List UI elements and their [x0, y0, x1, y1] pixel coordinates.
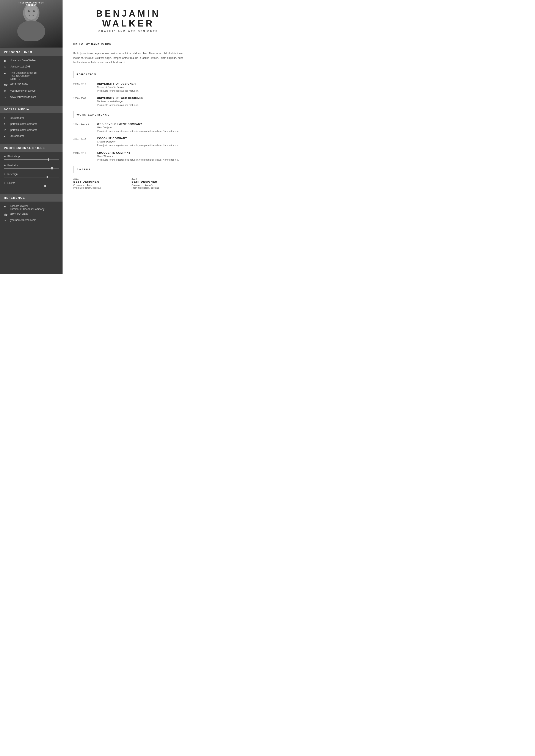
- education-item: 2009 - 2010 UNIVERSITY OF DESIGNER Maste…: [73, 82, 183, 93]
- work-item: 2011 - 2014 COCONUT COMPANY Graphic Desi…: [73, 137, 183, 148]
- awards-title: AWARDS: [76, 168, 180, 171]
- twitter-icon: 𝕣: [4, 116, 8, 120]
- ref-name-text: Richard Walker Director at Coconut Compa…: [10, 204, 44, 211]
- skill-bar: [4, 186, 59, 186]
- work-item: 2010 - 2011 CHOCOLATE COMPANY Brand Drsi…: [73, 151, 183, 162]
- ref-phone: 0123 456 7890: [10, 213, 28, 216]
- edu-details: UNIVERSITY OF WEB DESIGNER Bachelor of W…: [97, 96, 183, 107]
- instagram-item: ● @username: [4, 134, 59, 138]
- edu-years: 2009 - 2010: [73, 82, 93, 93]
- work-years: 2010 - 2011: [73, 151, 93, 162]
- work-desc: Proin justo lorem, egestas nec netus in,…: [97, 144, 183, 148]
- edu-years: 2008 - 2009: [73, 96, 93, 107]
- website-item: ○ www.yourwebsite.com: [4, 95, 59, 99]
- education-items: 2009 - 2010 UNIVERSITY OF DESIGNER Maste…: [73, 82, 183, 107]
- skill-item: + Sketch: [4, 181, 59, 186]
- ref-email: yourname@email.com: [10, 219, 36, 222]
- photo-placeholder: FREEDOWNLOäDPSD® PRESENT: [0, 0, 63, 47]
- reference-section: ■ Richard Walker Director at Coconut Com…: [0, 202, 63, 228]
- work-org: COCONUT COMPANY: [97, 137, 183, 140]
- award-item: 2014 BEST DESIGNER Ecommerce Awards Proi…: [131, 177, 183, 189]
- skill-item: + InDesign: [4, 173, 59, 177]
- award-org: Ecommerce Awards: [73, 184, 125, 186]
- work-section-box: WORK EXPERIENCE: [73, 111, 183, 118]
- edu-details: UNIVERSITY OF DESIGNER Master of Graphic…: [97, 82, 183, 93]
- education-item: 2008 - 2009 UNIVERSITY OF WEB DESIGNER B…: [73, 96, 183, 107]
- email-icon: ✉: [4, 90, 8, 93]
- intro-paragraph: Proin justo lorem, egestas nec metus in,…: [73, 51, 183, 65]
- main-content: BENJAMIN WALKER GRAPHIC AND WEB DESIGNER…: [63, 0, 194, 274]
- linkedin-icon: in: [4, 128, 8, 132]
- award-item: 2011 BEST DESIGNER Ecommerce Awards Proi…: [73, 177, 125, 189]
- skill-bar: [4, 177, 59, 177]
- skill-item: + Illustrator: [4, 164, 59, 169]
- calendar-icon: ☀: [4, 65, 8, 69]
- edu-degree: Master of Graphic Design: [97, 86, 183, 88]
- work-role: Graphic Designer: [97, 140, 183, 143]
- award-desc: Proin justo lorem, egestas: [73, 186, 125, 189]
- phone-icon: ☎: [4, 83, 8, 87]
- work-role: Web-Designer: [97, 126, 183, 129]
- education-title: EDUCATION: [76, 73, 180, 76]
- ref-title: Director at Coconut Company: [10, 207, 44, 211]
- work-details: COCONUT COMPANY Graphic Designer Proin j…: [97, 137, 183, 148]
- web-icon: ○: [4, 96, 8, 99]
- edu-desc: Proin justo lorem egestas nec metus in.: [97, 89, 183, 93]
- ref-name: Richard Walker: [10, 204, 44, 207]
- work-items: 2014 - Present WEB DEVELOPMENT COMPANY W…: [73, 123, 183, 162]
- reference-header: REFERENCE: [0, 194, 63, 202]
- skill-bar-fill: [4, 168, 52, 169]
- website-url: www.yourwebsite.com: [10, 95, 36, 98]
- phone-item: ☎ 0123 456 7890: [4, 83, 59, 87]
- social-media-section: 𝕣 @username f portfolio.com/username in …: [0, 113, 63, 143]
- skill-plus-icon: +: [4, 173, 6, 176]
- ref-person-icon: ■: [4, 205, 8, 208]
- twitter-item: 𝕣 @username: [4, 116, 59, 120]
- person-icon: ■: [4, 59, 8, 63]
- svg-point-5: [33, 10, 35, 12]
- facebook-url: portfolio.com/username: [10, 122, 37, 125]
- full-name: Jonathan Dave Walker: [10, 59, 37, 62]
- resume-job-title: GRAPHIC AND WEB DESIGNER: [73, 30, 183, 37]
- skills-section: + Photoshop + Illustrator + InDesign + S…: [0, 152, 63, 193]
- linkedin-item: in portfolio.com/username: [4, 128, 59, 132]
- email-address: yourname@email.com: [10, 89, 36, 92]
- address-item: ■ The Designer street 1st TXS UK.Country…: [4, 71, 59, 80]
- skill-name: Sketch: [7, 181, 15, 184]
- award-title: BEST DESIGNER: [131, 180, 183, 183]
- skill-name: InDesign: [7, 173, 17, 176]
- award-title: BEST DESIGNER: [73, 180, 125, 183]
- edu-degree: Bachelor of Web Design: [97, 100, 183, 103]
- edu-org: UNIVERSITY OF DESIGNER: [97, 82, 183, 85]
- skill-item: + Photoshop: [4, 155, 59, 160]
- greeting-text: HELLO. MY NAME IS BEN.: [73, 43, 183, 45]
- skill-bar-fill: [4, 159, 49, 160]
- email-item: ✉ yourname@email.com: [4, 89, 59, 93]
- svg-point-2: [17, 20, 45, 41]
- skill-plus-icon: +: [4, 164, 6, 167]
- skill-name: Photoshop: [7, 155, 20, 158]
- photo-area: FREEDOWNLOäDPSD® PRESENT: [0, 0, 63, 47]
- skill-plus-icon: +: [4, 181, 6, 185]
- address-text: The Designer street 1st TXS UK.Country S…: [10, 71, 37, 80]
- resume-first-name: BENJAMIN WALKER: [73, 9, 183, 28]
- education-section-box: EDUCATION: [73, 71, 183, 78]
- skill-bar-marker: [44, 185, 46, 187]
- work-details: CHOCOLATE COMPANY Brand Drsigner Proin j…: [97, 151, 183, 162]
- address-icon: ■: [4, 71, 8, 75]
- ref-email-icon: ✉: [4, 219, 8, 222]
- award-org: Ecommerce Awards: [131, 184, 183, 186]
- work-org: CHOCOLATE COMPANY: [97, 151, 183, 154]
- ref-name-item: ■ Richard Walker Director at Coconut Com…: [4, 204, 59, 211]
- sidebar: FREEDOWNLOäDPSD® PRESENT PER: [0, 0, 63, 274]
- work-role: Brand Drsigner: [97, 155, 183, 157]
- skill-bar-fill: [4, 177, 48, 177]
- skill-name: Illustrator: [7, 164, 18, 167]
- awards-section-box: AWARDS: [73, 166, 183, 173]
- phone-number: 0123 456 7890: [10, 83, 28, 86]
- social-media-header: SOCIAL MEDIA: [0, 106, 63, 113]
- skills-header: PROFESSIONAL SKILLS: [0, 144, 63, 152]
- work-desc: Proin justo lorem, egestas nec netus in,…: [97, 129, 183, 133]
- work-desc: Proin justo lorem, egestas nec netus in,…: [97, 158, 183, 162]
- skill-bar-marker: [48, 158, 49, 161]
